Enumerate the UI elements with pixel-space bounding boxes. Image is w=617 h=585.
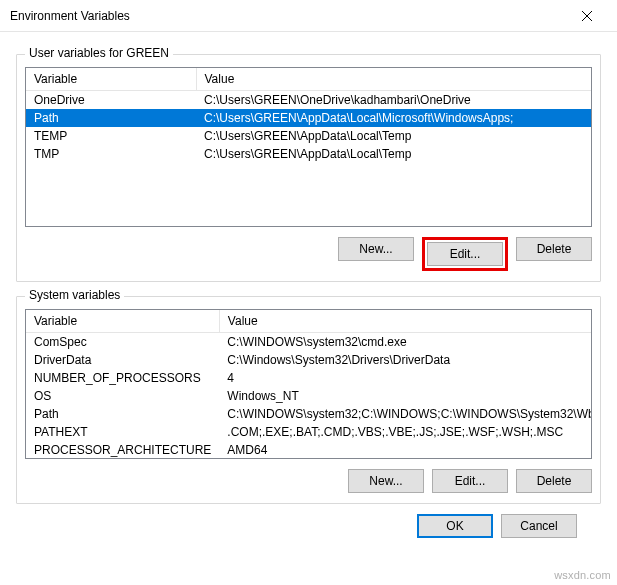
value-cell: C:\WINDOWS\system32;C:\WINDOWS;C:\WINDOW… — [219, 405, 592, 423]
system-edit-button[interactable]: Edit... — [432, 469, 508, 493]
variable-cell: DriverData — [26, 351, 219, 369]
table-row[interactable]: PROCESSOR_ARCHITECTUREAMD64 — [26, 441, 592, 459]
variable-cell: OneDrive — [26, 91, 196, 110]
value-cell: C:\Users\GREEN\AppData\Local\Temp — [196, 145, 591, 163]
table-row[interactable]: DriverDataC:\Windows\System32\Drivers\Dr… — [26, 351, 592, 369]
user-variables-label: User variables for GREEN — [25, 46, 173, 60]
variable-cell: Path — [26, 405, 219, 423]
value-cell: 4 — [219, 369, 592, 387]
user-edit-button[interactable]: Edit... — [427, 242, 503, 266]
close-icon[interactable] — [567, 2, 607, 30]
value-cell: C:\Windows\System32\Drivers\DriverData — [219, 351, 592, 369]
value-cell: .COM;.EXE;.BAT;.CMD;.VBS;.VBE;.JS;.JSE;.… — [219, 423, 592, 441]
value-cell: C:\WINDOWS\system32\cmd.exe — [219, 333, 592, 352]
window-title: Environment Variables — [10, 9, 130, 23]
system-col-variable[interactable]: Variable — [26, 310, 219, 333]
table-row[interactable]: PATHEXT.COM;.EXE;.BAT;.CMD;.VBS;.VBE;.JS… — [26, 423, 592, 441]
system-delete-button[interactable]: Delete — [516, 469, 592, 493]
table-row[interactable]: OneDriveC:\Users\GREEN\OneDrive\kadhamba… — [26, 91, 591, 110]
user-variables-table[interactable]: Variable Value OneDriveC:\Users\GREEN\On… — [25, 67, 592, 227]
edit-highlight: Edit... — [422, 237, 508, 271]
value-cell: AMD64 — [219, 441, 592, 459]
ok-button[interactable]: OK — [417, 514, 493, 538]
variable-cell: ComSpec — [26, 333, 219, 352]
value-cell: C:\Users\GREEN\OneDrive\kadhambari\OneDr… — [196, 91, 591, 110]
user-new-button[interactable]: New... — [338, 237, 414, 261]
table-row[interactable]: NUMBER_OF_PROCESSORS4 — [26, 369, 592, 387]
system-variables-table[interactable]: Variable Value ComSpecC:\WINDOWS\system3… — [25, 309, 592, 459]
user-delete-button[interactable]: Delete — [516, 237, 592, 261]
table-row[interactable]: ComSpecC:\WINDOWS\system32\cmd.exe — [26, 333, 592, 352]
system-new-button[interactable]: New... — [348, 469, 424, 493]
table-row[interactable]: PathC:\Users\GREEN\AppData\Local\Microso… — [26, 109, 591, 127]
system-variables-label: System variables — [25, 288, 124, 302]
variable-cell: OS — [26, 387, 219, 405]
variable-cell: NUMBER_OF_PROCESSORS — [26, 369, 219, 387]
table-row[interactable]: PathC:\WINDOWS\system32;C:\WINDOWS;C:\WI… — [26, 405, 592, 423]
titlebar: Environment Variables — [0, 0, 617, 32]
system-variables-group: System variables Variable Value ComSpecC… — [16, 296, 601, 504]
cancel-button[interactable]: Cancel — [501, 514, 577, 538]
value-cell: C:\Users\GREEN\AppData\Local\Temp — [196, 127, 591, 145]
watermark: wsxdn.com — [554, 569, 611, 581]
system-col-value[interactable]: Value — [219, 310, 592, 333]
value-cell: Windows_NT — [219, 387, 592, 405]
value-cell: C:\Users\GREEN\AppData\Local\Microsoft\W… — [196, 109, 591, 127]
user-col-variable[interactable]: Variable — [26, 68, 196, 91]
table-row[interactable]: TMPC:\Users\GREEN\AppData\Local\Temp — [26, 145, 591, 163]
table-row[interactable]: OSWindows_NT — [26, 387, 592, 405]
table-row[interactable]: TEMPC:\Users\GREEN\AppData\Local\Temp — [26, 127, 591, 145]
user-col-value[interactable]: Value — [196, 68, 591, 91]
variable-cell: Path — [26, 109, 196, 127]
variable-cell: PATHEXT — [26, 423, 219, 441]
user-variables-group: User variables for GREEN Variable Value … — [16, 54, 601, 282]
variable-cell: TEMP — [26, 127, 196, 145]
variable-cell: TMP — [26, 145, 196, 163]
variable-cell: PROCESSOR_ARCHITECTURE — [26, 441, 219, 459]
